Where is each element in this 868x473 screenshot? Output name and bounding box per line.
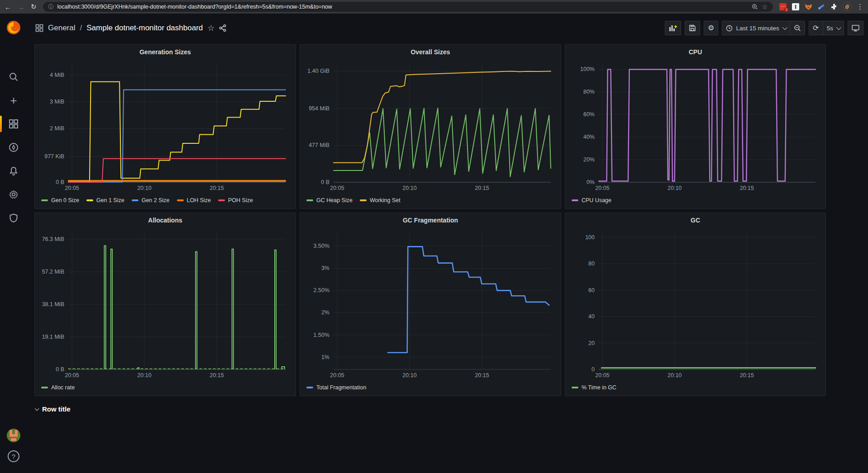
panel-legend: GC Heap SizeWorking Set bbox=[300, 195, 561, 206]
chart-area[interactable]: 0%20%40%60%80%100%20:0520:1020:15 bbox=[570, 59, 821, 195]
legend-swatch bbox=[41, 199, 48, 201]
sidebar-item-configuration[interactable] bbox=[0, 183, 27, 206]
legend-item[interactable]: Working Set bbox=[360, 197, 401, 203]
legend-label: Gen 0 Size bbox=[51, 197, 79, 203]
legend-item[interactable]: CPU Usage bbox=[572, 197, 611, 203]
sidebar-item-explore[interactable] bbox=[0, 136, 27, 159]
panel-title[interactable]: Generation Sizes bbox=[35, 45, 296, 59]
sidebar-item-alerting[interactable] bbox=[0, 159, 27, 183]
extensions-puzzle-icon[interactable] bbox=[830, 3, 838, 10]
panel-title[interactable]: GC Fragmentation bbox=[300, 213, 561, 227]
time-range-button[interactable]: Last 15 minutes bbox=[722, 21, 790, 35]
chart-svg: 0 B477 MiB954 MiB1.40 GiB20:0520:1020:15 bbox=[305, 59, 556, 193]
blue-extension-icon[interactable] bbox=[818, 3, 825, 10]
svg-text:2%: 2% bbox=[321, 309, 329, 316]
sidebar-item-dashboards[interactable] bbox=[0, 112, 27, 136]
row-title-toggle[interactable]: Row title bbox=[35, 405, 868, 413]
legend-item[interactable]: POH Size bbox=[218, 197, 253, 203]
avatar-image bbox=[7, 429, 20, 442]
legend-item[interactable]: GC Heap Size bbox=[306, 197, 353, 203]
page-title[interactable]: Sample dotnet-monitor dashboard bbox=[86, 24, 203, 33]
svg-text:100: 100 bbox=[585, 234, 595, 240]
refresh-button[interactable]: ⟳ bbox=[809, 21, 823, 35]
user-avatar[interactable] bbox=[7, 429, 20, 442]
svg-text:19.1 MiB: 19.1 MiB bbox=[42, 334, 64, 340]
svg-text:2.50%: 2.50% bbox=[314, 287, 329, 293]
dashboards-grid-icon bbox=[9, 119, 19, 129]
legend-item[interactable]: Alloc rate bbox=[41, 384, 75, 391]
svg-text:57.2 MiB: 57.2 MiB bbox=[42, 269, 64, 275]
add-panel-button[interactable] bbox=[665, 21, 681, 35]
dashboard-settings-button[interactable]: ⚙ bbox=[704, 21, 718, 35]
chart-area[interactable]: 0 B477 MiB954 MiB1.40 GiB20:0520:1020:15 bbox=[305, 59, 556, 195]
svg-text:20:05: 20:05 bbox=[330, 185, 344, 191]
sidebar-item-search[interactable] bbox=[0, 65, 27, 89]
legend-swatch bbox=[572, 387, 578, 388]
cycle-view-mode-button[interactable] bbox=[848, 21, 863, 35]
star-dashboard-icon[interactable]: ☆ bbox=[207, 23, 215, 33]
legend-item[interactable]: Gen 1 Size bbox=[86, 197, 124, 203]
browser-toolbar: ← → ↻ ⓘ localhost:3000/d/9GEjrXHnk/sampl… bbox=[0, 0, 868, 14]
breadcrumb: General / Sample dotnet-monitor dashboar… bbox=[35, 23, 226, 33]
browser-profile-avatar[interactable] bbox=[843, 3, 851, 11]
legend-item[interactable]: Total Fragmentation bbox=[306, 384, 366, 391]
browser-reload-icon[interactable]: ↻ bbox=[31, 3, 37, 11]
chart-area[interactable]: 02040608010020:0520:1020:15 bbox=[570, 227, 821, 382]
panel-legend: CPU Usage bbox=[565, 195, 825, 206]
panel-title[interactable]: Overall Sizes bbox=[300, 45, 561, 59]
plus-icon: + bbox=[10, 94, 17, 108]
shield-icon bbox=[9, 213, 19, 223]
url-text[interactable]: localhost:3000/d/9GEjrXHnk/sample-dotnet… bbox=[57, 4, 749, 10]
extension-red-icon[interactable]: ⋯ 2 bbox=[779, 3, 787, 10]
chart-area[interactable]: 1%1.50%2%2.50%3%3.50%20:0520:1020:15 bbox=[305, 227, 556, 382]
chart-area[interactable]: 0 B19.1 MiB38.1 MiB57.2 MiB76.3 MiB20:05… bbox=[39, 227, 291, 382]
legend-item[interactable]: Gen 2 Size bbox=[132, 197, 170, 203]
svg-text:0: 0 bbox=[591, 366, 595, 373]
breadcrumb-folder[interactable]: General bbox=[48, 24, 75, 33]
panel-gc: GC02040608010020:0520:1020:15% Time in G… bbox=[565, 213, 826, 396]
legend-item[interactable]: Gen 0 Size bbox=[41, 197, 79, 203]
legend-item[interactable]: LOH Size bbox=[177, 197, 211, 203]
search-icon bbox=[9, 72, 19, 82]
save-dashboard-button[interactable] bbox=[685, 21, 700, 35]
panel-title[interactable]: GC bbox=[565, 213, 825, 227]
refresh-picker: ⟳ 5s bbox=[809, 21, 844, 35]
extension-reader-icon[interactable]: I bbox=[792, 3, 799, 10]
panel-title[interactable]: Allocations bbox=[35, 213, 296, 227]
add-panel-icon bbox=[669, 24, 677, 32]
svg-text:76.3 MiB: 76.3 MiB bbox=[42, 236, 64, 242]
svg-text:80%: 80% bbox=[583, 89, 595, 95]
svg-text:20:15: 20:15 bbox=[475, 185, 489, 191]
zoom-indicator-icon[interactable] bbox=[752, 4, 758, 10]
panel-legend: % Time in GC bbox=[565, 382, 825, 393]
help-glyph: ? bbox=[12, 453, 15, 460]
bell-icon bbox=[9, 166, 19, 176]
browser-menu-icon[interactable]: ⋮ bbox=[857, 3, 863, 11]
site-info-icon[interactable]: ⓘ bbox=[48, 3, 54, 11]
chart-svg: 02040608010020:0520:1020:15 bbox=[570, 227, 821, 380]
svg-text:20:15: 20:15 bbox=[740, 185, 754, 191]
legend-item[interactable]: % Time in GC bbox=[572, 384, 616, 391]
gear-icon: ⚙ bbox=[708, 24, 714, 32]
svg-text:20:15: 20:15 bbox=[740, 372, 754, 378]
legend-swatch bbox=[177, 199, 184, 201]
address-bar[interactable]: ⓘ localhost:3000/d/9GEjrXHnk/sample-dotn… bbox=[43, 2, 773, 12]
chart-area[interactable]: 0 B977 KiB2 MiB3 MiB4 MiB20:0520:1020:15 bbox=[39, 59, 291, 195]
bookmark-star-icon[interactable]: ☆ bbox=[762, 3, 768, 10]
sidebar-item-server-admin[interactable] bbox=[0, 206, 27, 230]
refresh-interval-button[interactable]: 5s bbox=[823, 21, 844, 35]
svg-text:0 B: 0 B bbox=[321, 179, 329, 185]
refresh-icon: ⟳ bbox=[813, 24, 819, 32]
browser-forward-icon[interactable]: → bbox=[18, 3, 24, 11]
legend-label: % Time in GC bbox=[582, 384, 616, 391]
browser-back-icon[interactable]: ← bbox=[5, 3, 11, 11]
share-icon[interactable] bbox=[219, 24, 226, 32]
sidebar-item-create[interactable]: + bbox=[0, 89, 27, 112]
fox-extension-icon[interactable] bbox=[805, 3, 812, 10]
help-icon[interactable]: ? bbox=[8, 450, 19, 462]
grafana-logo[interactable] bbox=[6, 20, 21, 35]
panel-allocations: Allocations0 B19.1 MiB38.1 MiB57.2 MiB76… bbox=[34, 213, 296, 396]
svg-text:20: 20 bbox=[588, 340, 595, 346]
panel-title[interactable]: CPU bbox=[565, 45, 825, 59]
zoom-out-button[interactable] bbox=[790, 21, 805, 35]
